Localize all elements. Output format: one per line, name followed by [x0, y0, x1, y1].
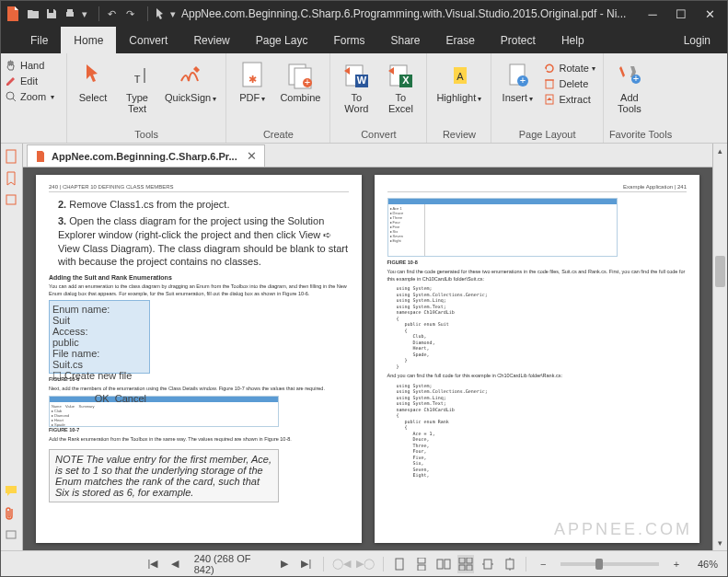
layers-panel-icon[interactable] [5, 193, 19, 208]
login-link[interactable]: Login [667, 27, 727, 53]
svg-rect-1 [66, 12, 74, 17]
svg-rect-35 [418, 565, 425, 571]
menu-convert[interactable]: Convert [116, 27, 180, 53]
svg-point-3 [6, 92, 14, 99]
menu-help[interactable]: Help [549, 27, 597, 53]
addtools-button[interactable]: +Add Tools [609, 59, 650, 116]
select-button[interactable]: Select [73, 59, 113, 105]
combine-button[interactable]: +Combine [276, 59, 324, 105]
rotate-button[interactable]: Rotate▾ [541, 61, 596, 75]
svg-rect-37 [445, 560, 450, 569]
minimize-button[interactable]: ─ [639, 4, 666, 24]
workspace: AppNee.com.Beginning.C.Sharp.6.Pr... ✕ 2… [1, 144, 727, 550]
svg-rect-41 [467, 565, 472, 571]
svg-text:+: + [305, 76, 310, 87]
svg-rect-24 [546, 80, 553, 88]
page-viewport[interactable]: 240 | CHAPTER 10 DEFINING CLASS MEMBERS … [23, 167, 712, 550]
figure-10-8: ▸ Ace 1▸ Deuce▸ Three▸ Four▸ Five▸ Six▸ … [387, 198, 618, 257]
ribbon-quicktools: Hand Edit Zoom▾ [1, 53, 67, 143]
zoom-slider[interactable] [560, 562, 659, 566]
pdf-file-icon [35, 150, 46, 163]
extract-button[interactable]: Extract [541, 92, 596, 107]
hand-tool[interactable]: Hand [5, 59, 63, 72]
vertical-scrollbar[interactable]: ▴ ▾ [712, 144, 727, 550]
comments-panel-icon[interactable] [5, 484, 19, 499]
menu-review[interactable]: Review [180, 27, 242, 53]
svg-text:X: X [403, 75, 410, 86]
open-icon[interactable] [25, 6, 41, 22]
menu-share[interactable]: Share [377, 27, 433, 53]
menu-pagelayc[interactable]: Page Layc [243, 27, 321, 53]
tab-close-icon[interactable]: ✕ [247, 149, 257, 163]
edit-label: Edit [20, 75, 38, 87]
printer-dropdown-icon[interactable]: ▾ [80, 6, 89, 22]
redo-icon[interactable]: ↷ [121, 6, 138, 22]
toword-button[interactable]: WTo Word [336, 59, 376, 116]
svg-rect-31 [6, 486, 17, 493]
fit-width-icon[interactable] [480, 555, 496, 573]
zoom-in-button[interactable]: + [668, 555, 685, 573]
svg-text:+: + [633, 73, 639, 84]
zoom-tool[interactable]: Zoom▾ [5, 90, 63, 103]
note-box: NOTE The value entry for the first membe… [49, 449, 279, 502]
quicksign-button[interactable]: QuickSign ▾ [161, 59, 220, 106]
signatures-panel-icon[interactable] [5, 528, 19, 543]
menu-erase[interactable]: Erase [433, 27, 488, 53]
view-facing-icon[interactable] [435, 555, 452, 573]
svg-rect-32 [6, 531, 16, 538]
typetext-button[interactable]: TType Text [117, 59, 157, 116]
page-right: Example Application | 241 ▸ Ace 1▸ Deuce… [375, 175, 700, 543]
delete-button[interactable]: Delete [541, 76, 596, 91]
toexcel-button[interactable]: XTo Excel [380, 59, 421, 116]
create-group-label: Create [232, 127, 324, 143]
fit-page-icon[interactable] [502, 555, 518, 573]
insert-button[interactable]: +Insert ▾ [497, 59, 537, 106]
zoom-label: Zoom [20, 91, 46, 102]
view-continuous-icon[interactable] [413, 555, 430, 573]
print-icon[interactable] [62, 6, 78, 22]
maximize-button[interactable]: ☐ [667, 4, 695, 24]
menu-forms[interactable]: Forms [320, 27, 377, 53]
prev-page-button[interactable]: ◀ [167, 555, 183, 573]
highlight-button[interactable]: AHighlight ▾ [433, 59, 485, 106]
convert-group-label: Convert [336, 127, 421, 143]
cursor-dropdown-icon[interactable]: ▾ [168, 6, 178, 22]
scroll-thumb[interactable] [715, 256, 725, 287]
menu-protect[interactable]: Protect [488, 27, 549, 53]
first-page-button[interactable]: |◀ [144, 555, 161, 573]
svg-text:✱: ✱ [248, 74, 257, 85]
document-tab[interactable]: AppNee.com.Beginning.C.Sharp.6.Pr... ✕ [27, 144, 265, 167]
view-single-icon[interactable] [392, 555, 409, 573]
nav-forward-button[interactable]: ▶◯ [356, 555, 375, 573]
cursor-select-icon[interactable] [152, 6, 168, 22]
last-page-button[interactable]: ▶| [298, 555, 315, 573]
review-group-label: Review [433, 127, 485, 143]
pdf-button[interactable]: ✱PDF ▾ [232, 59, 272, 106]
zoom-out-button[interactable]: − [535, 555, 551, 573]
svg-line-4 [13, 98, 16, 101]
menu-home[interactable]: Home [61, 27, 116, 53]
view-facing-continuous-icon[interactable] [457, 555, 474, 573]
scroll-up-icon[interactable]: ▴ [713, 144, 727, 158]
scroll-down-icon[interactable]: ▾ [713, 536, 727, 550]
svg-text:T: T [134, 74, 141, 85]
svg-rect-0 [49, 9, 53, 13]
figure-10-6: Enum name:SuitAccess:publicFile name:Sui… [49, 300, 150, 374]
svg-rect-39 [467, 558, 472, 563]
next-page-button[interactable]: ▶ [276, 555, 293, 573]
undo-icon[interactable]: ↶ [103, 6, 120, 22]
tab-label: AppNee.com.Beginning.C.Sharp.6.Pr... [52, 151, 237, 162]
attachments-panel-icon[interactable] [5, 506, 19, 521]
close-button[interactable]: ✕ [696, 4, 723, 24]
left-panel [1, 144, 23, 550]
edit-tool[interactable]: Edit [5, 75, 63, 87]
pages-panel-icon[interactable] [5, 149, 19, 164]
save-icon[interactable] [43, 6, 60, 22]
code-suit: using System; using System.Collections.G… [397, 285, 688, 369]
nav-back-button[interactable]: ◯◀ [332, 555, 351, 573]
svg-rect-43 [506, 560, 514, 569]
bookmarks-panel-icon[interactable] [5, 171, 19, 186]
hand-label: Hand [20, 60, 44, 71]
svg-rect-33 [396, 559, 403, 570]
menu-file[interactable]: File [17, 27, 61, 53]
